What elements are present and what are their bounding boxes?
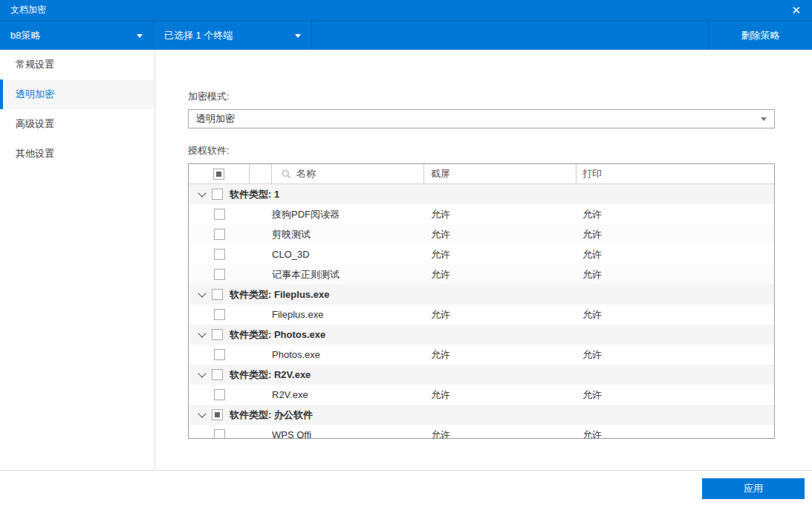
row-checkbox[interactable] — [214, 229, 225, 240]
header-print-label: 打印 — [576, 164, 774, 183]
software-name: WPS Offi — [272, 429, 424, 439]
group-label: 软件类型: R2V.exe — [230, 368, 311, 382]
software-name: 搜狗PDF阅读器 — [272, 208, 424, 221]
sidebar-item-general-settings[interactable]: 常规设置 — [0, 50, 155, 79]
title-bar: 文档加密 ✕ — [0, 0, 812, 20]
chevron-down-icon — [137, 34, 143, 41]
chevron-down-icon — [761, 117, 767, 124]
software-name: 记事本正则测试 — [272, 268, 424, 281]
sidebar-item-other-settings[interactable]: 其他设置 — [0, 139, 155, 169]
software-row[interactable]: R2V.exe允许允许 — [189, 385, 774, 405]
toolbar: b8策略 已选择 1 个终端 删除策略 — [0, 20, 812, 50]
header-screenshot-label: 截屏 — [424, 164, 576, 183]
terminal-dropdown[interactable]: 已选择 1 个终端 — [154, 21, 312, 50]
sidebar-item-label: 常规设置 — [16, 58, 54, 71]
print-permission[interactable]: 允许 — [576, 228, 774, 241]
print-permission[interactable]: 允许 — [576, 208, 774, 221]
group-checkbox[interactable] — [212, 289, 223, 300]
dialog-body: 常规设置 透明加密 高级设置 其他设置 加密模式: 透明加密 授权软件: — [0, 50, 812, 470]
print-permission[interactable]: 允许 — [576, 248, 774, 261]
print-permission[interactable]: 允许 — [576, 388, 774, 402]
software-row[interactable]: WPS Offi允许允许 — [189, 425, 774, 439]
group-row[interactable]: 软件类型: Photos.exe — [189, 325, 774, 345]
print-permission[interactable]: 允许 — [576, 348, 774, 362]
print-permission[interactable]: 允许 — [576, 429, 774, 440]
row-checkbox-cell — [189, 389, 250, 400]
apply-button[interactable]: 应用 — [702, 478, 805, 499]
software-name: R2V.exe — [272, 389, 424, 400]
group-row[interactable]: 软件类型: Fileplus.exe — [189, 284, 774, 304]
header-name-cell[interactable]: 名称 — [272, 164, 424, 183]
group-checkbox[interactable] — [212, 409, 223, 420]
screenshot-permission[interactable]: 允许 — [424, 228, 576, 241]
row-checkbox[interactable] — [214, 309, 225, 320]
software-row[interactable]: 搜狗PDF阅读器允许允许 — [189, 204, 774, 224]
software-row[interactable]: Fileplus.exe允许允许 — [189, 304, 774, 325]
software-row[interactable]: 剪映测试允许允许 — [189, 224, 774, 244]
group-checkbox[interactable] — [212, 189, 223, 200]
chevron-down-icon[interactable] — [198, 369, 206, 377]
row-checkbox-cell — [189, 429, 250, 439]
select-all-checkbox[interactable] — [213, 169, 224, 180]
group-label: 软件类型: Fileplus.exe — [230, 288, 329, 302]
row-checkbox-cell — [189, 349, 250, 360]
table-body: 软件类型: 1搜狗PDF阅读器允许允许剪映测试允许允许CLO_3D允许允许记事本… — [189, 184, 774, 439]
group-checkbox[interactable] — [212, 329, 223, 340]
row-checkbox[interactable] — [214, 389, 225, 400]
policy-dropdown[interactable]: b8策略 — [0, 21, 154, 50]
toolbar-spacer — [312, 21, 708, 50]
screenshot-permission[interactable]: 允许 — [424, 348, 576, 362]
screenshot-permission[interactable]: 允许 — [424, 308, 576, 322]
screenshot-permission[interactable]: 允许 — [424, 429, 576, 440]
chevron-down-icon[interactable] — [198, 329, 206, 337]
group-row[interactable]: 软件类型: 办公软件 — [189, 405, 774, 425]
row-checkbox-cell — [189, 229, 250, 240]
group-label: 软件类型: 办公软件 — [230, 408, 313, 422]
group-row[interactable]: 软件类型: 1 — [189, 184, 774, 204]
main-panel: 加密模式: 透明加密 授权软件: — [155, 50, 812, 470]
encryption-mode-select[interactable]: 透明加密 — [188, 109, 775, 128]
delete-policy-button[interactable]: 删除策略 — [708, 21, 812, 50]
software-row[interactable]: CLO_3D允许允许 — [189, 244, 774, 264]
sidebar-item-advanced-settings[interactable]: 高级设置 — [0, 109, 155, 139]
software-row[interactable]: Photos.exe允许允许 — [189, 345, 774, 365]
print-permission[interactable]: 允许 — [576, 308, 774, 322]
software-name: CLO_3D — [272, 249, 424, 260]
chevron-down-icon[interactable] — [198, 189, 206, 197]
row-checkbox[interactable] — [214, 429, 225, 439]
sidebar-item-label: 其他设置 — [16, 147, 54, 160]
software-name: Fileplus.exe — [272, 309, 424, 320]
row-checkbox[interactable] — [214, 249, 225, 260]
group-label: 软件类型: Photos.exe — [230, 328, 325, 342]
sidebar-item-label: 透明加密 — [16, 88, 54, 101]
group-checkbox[interactable] — [212, 369, 223, 380]
header-expand-cell — [250, 164, 272, 183]
software-row[interactable]: 记事本正则测试允许允许 — [189, 264, 774, 284]
row-checkbox-cell — [189, 249, 250, 260]
policy-dropdown-value: b8策略 — [10, 29, 40, 42]
row-checkbox[interactable] — [214, 349, 225, 360]
print-permission[interactable]: 允许 — [576, 268, 774, 281]
screenshot-permission[interactable]: 允许 — [424, 388, 576, 402]
chevron-down-icon[interactable] — [198, 289, 206, 297]
terminal-dropdown-value: 已选择 1 个终端 — [164, 29, 233, 42]
chevron-down-icon[interactable] — [198, 409, 206, 417]
group-row[interactable]: 软件类型: R2V.exe — [189, 365, 774, 385]
software-name: 剪映测试 — [272, 228, 424, 241]
screenshot-permission[interactable]: 允许 — [424, 208, 576, 221]
row-checkbox-cell — [189, 269, 250, 280]
authorized-software-label: 授权软件: — [188, 144, 812, 157]
dialog-title: 文档加密 — [10, 4, 46, 16]
footer-bar: 应用 — [0, 470, 812, 505]
row-checkbox[interactable] — [214, 269, 225, 280]
screenshot-permission[interactable]: 允许 — [424, 248, 576, 261]
row-checkbox[interactable] — [214, 209, 225, 220]
close-icon[interactable]: ✕ — [791, 4, 801, 16]
header-name-label: 名称 — [296, 167, 316, 180]
sidebar-item-transparent-encryption[interactable]: 透明加密 — [0, 79, 155, 109]
header-select-all-cell — [189, 164, 250, 183]
spacer — [188, 128, 812, 144]
sidebar-item-label: 高级设置 — [16, 117, 54, 131]
screenshot-permission[interactable]: 允许 — [424, 268, 576, 281]
chevron-down-icon — [295, 34, 301, 41]
